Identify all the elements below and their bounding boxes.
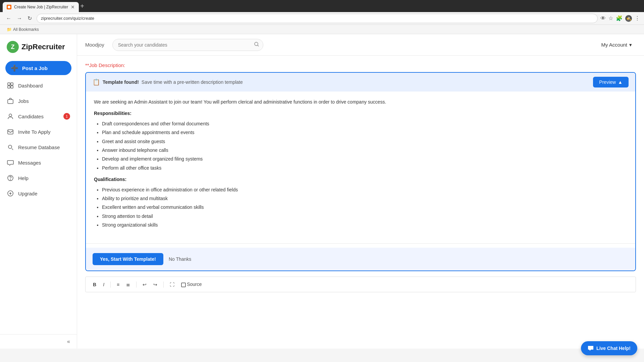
svg-text:Z: Z	[11, 44, 15, 50]
bookmark-icon[interactable]: ☆	[608, 15, 613, 21]
sidebar-logo: Z ZipRecruiter	[0, 34, 77, 58]
back-button[interactable]: ←	[4, 14, 13, 23]
live-chat-label: Live Chat Help!	[596, 346, 631, 349]
forward-button[interactable]: →	[15, 14, 24, 23]
svg-rect-3	[8, 83, 10, 85]
extensions-icon[interactable]: 🧩	[616, 15, 623, 21]
list-item: Perform all other office tasks	[102, 164, 627, 172]
list-item: Previous experience in office administra…	[102, 186, 627, 193]
svg-point-10	[8, 145, 12, 148]
post-a-job-icon: ➕	[11, 64, 18, 72]
chevron-down-icon: ▾	[629, 42, 632, 48]
sidebar-item-label: Invite To Apply	[18, 129, 50, 135]
preview-label: Preview	[599, 79, 616, 85]
new-tab-button[interactable]: +	[80, 2, 84, 10]
active-tab[interactable]: Create New Job | ZipRecruiter ✕	[3, 2, 79, 12]
no-thanks-button[interactable]: No Thanks	[169, 256, 191, 262]
sidebar-item-jobs[interactable]: Jobs	[0, 93, 77, 109]
bookmarks-icon: 📁	[7, 27, 12, 32]
logo-text: ZipRecruiter	[21, 43, 65, 51]
my-account-button[interactable]: My Account ▾	[597, 40, 636, 50]
sidebar-item-dashboard[interactable]: Dashboard	[0, 78, 77, 93]
list-item: Excellent written and verbal communicati…	[102, 203, 627, 211]
top-header: Moodjoy My Account ▾	[77, 34, 644, 56]
url-bar[interactable]: ziprecruiter.com/quiz/create	[37, 14, 598, 23]
chat-icon	[588, 345, 594, 349]
ziprecruiter-logo-icon: Z	[7, 41, 19, 53]
template-divider	[86, 243, 635, 244]
toolbar-divider-1	[110, 282, 111, 288]
address-bar: ← → ↻ ziprecruiter.com/quiz/create 👁 ☆ 🧩…	[0, 12, 644, 25]
menu-icon[interactable]: ⋮	[635, 15, 640, 21]
template-card: 📋 Template found! Save time with a pre-w…	[85, 72, 636, 271]
preview-button[interactable]: Preview ▲	[593, 77, 629, 87]
tab-close-button[interactable]: ✕	[71, 4, 75, 10]
search-input[interactable]	[112, 39, 263, 51]
sidebar-item-label: Jobs	[18, 98, 29, 104]
live-chat-button[interactable]: Live Chat Help!	[581, 341, 637, 349]
my-account-label: My Account	[601, 42, 627, 48]
bookmarks-link[interactable]: 📁 All Bookmarks	[4, 26, 42, 33]
fullscreen-button[interactable]: ⛶	[168, 281, 176, 289]
list-item: Ability to prioritize and multitask	[102, 195, 627, 202]
list-item: Strong attention to detail	[102, 213, 627, 220]
job-description-label: **Job Description:	[85, 62, 636, 68]
unordered-list-button[interactable]: ≣	[124, 281, 132, 289]
qualifications-list: Previous experience in office administra…	[94, 186, 627, 229]
reader-mode-icon[interactable]: 👁	[600, 15, 606, 21]
search-icon	[254, 42, 259, 48]
yes-template-button[interactable]: Yes, Start With Template!	[93, 253, 163, 265]
bookmarks-label: All Bookmarks	[13, 27, 39, 32]
sidebar-item-invite-to-apply[interactable]: Invite To Apply	[0, 124, 77, 139]
sidebar-collapse-button[interactable]: «	[67, 339, 70, 345]
redo-button[interactable]: ↪	[151, 281, 159, 289]
refresh-button[interactable]: ↻	[25, 14, 34, 23]
list-item: Greet and assist onsite guests	[102, 138, 627, 145]
sidebar-collapse-area: «	[0, 334, 77, 349]
svg-rect-4	[11, 83, 13, 85]
ordered-list-button[interactable]: ≡	[115, 281, 121, 289]
list-item: Plan and schedule appointments and event…	[102, 129, 627, 136]
svg-rect-7	[8, 100, 13, 104]
bookmarks-bar: 📁 All Bookmarks	[0, 25, 644, 34]
source-button[interactable]: Source	[179, 280, 204, 288]
toolbar-divider-2	[136, 282, 137, 288]
dashboard-icon	[7, 82, 14, 89]
browser-window: Create New Job | ZipRecruiter ✕ + ← → ↻ …	[0, 0, 644, 34]
template-found-text: Template found!	[103, 79, 139, 85]
svg-point-8	[9, 114, 12, 117]
content-area: **Job Description: 📋 Template found! Sav…	[77, 56, 644, 349]
search-bar	[112, 39, 263, 51]
svg-rect-15	[181, 283, 185, 287]
jobs-icon	[7, 97, 14, 105]
italic-button[interactable]: I	[101, 281, 106, 289]
svg-rect-9	[8, 130, 13, 134]
candidates-icon	[7, 113, 14, 120]
bold-button[interactable]: B	[91, 281, 98, 289]
svg-point-12	[10, 180, 11, 180]
sidebar-item-label: Post a Job	[22, 65, 48, 71]
resume-database-icon	[7, 143, 14, 151]
company-name: Moodjoy	[85, 42, 104, 48]
tab-favicon	[7, 5, 11, 9]
sidebar-item-label: Dashboard	[18, 83, 43, 88]
svg-point-14	[255, 42, 258, 46]
list-item: Develop and implement organized filing s…	[102, 155, 627, 163]
browser-nav-buttons: ← → ↻	[4, 14, 34, 23]
header-right: My Account ▾	[597, 40, 636, 50]
qualifications-heading: Qualifications:	[94, 176, 627, 183]
svg-point-0	[8, 6, 10, 8]
sidebar-item-messages[interactable]: Messages	[0, 155, 77, 170]
svg-rect-6	[11, 86, 13, 88]
undo-button[interactable]: ↩	[141, 281, 149, 289]
sidebar-item-label: Help	[18, 175, 29, 181]
sidebar-item-resume-database[interactable]: Resume Database	[0, 139, 77, 155]
sidebar-item-candidates[interactable]: Candidates 1	[0, 109, 77, 124]
main-area: Moodjoy My Account ▾ **Job D	[77, 34, 644, 349]
sidebar-item-post-a-job[interactable]: ➕ Post a Job	[5, 61, 71, 75]
sidebar-item-upgrade[interactable]: Upgrade	[0, 186, 77, 201]
url-text: ziprecruiter.com/quiz/create	[41, 16, 94, 21]
help-icon	[7, 174, 14, 182]
sidebar-item-help[interactable]: Help	[0, 170, 77, 186]
list-item: Answer inbound telephone calls	[102, 146, 627, 154]
